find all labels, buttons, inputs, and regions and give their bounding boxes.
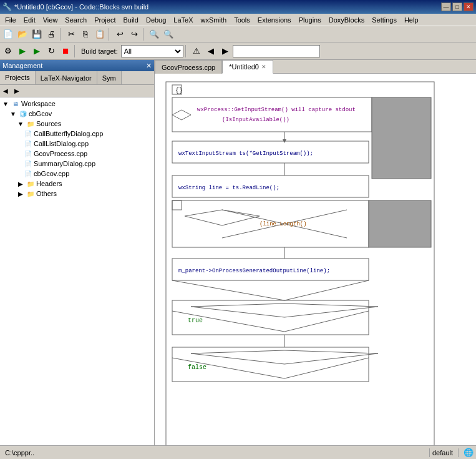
tree-file-2[interactable]: 📄 GcovProcess.cpp <box>24 149 153 159</box>
sources-collapse-icon: ▼ <box>16 119 25 128</box>
management-close-icon[interactable]: ✕ <box>146 62 152 70</box>
errors-btn[interactable]: ⚠ <box>190 44 203 58</box>
search-input[interactable] <box>233 45 320 57</box>
flowchart-svg: {} wxProcess::GetInputStream() will capt… <box>160 79 440 445</box>
headers-label: Headers <box>36 180 62 187</box>
svg-line-29 <box>284 311 369 332</box>
run-btn[interactable]: ▶ <box>16 44 29 58</box>
tree-workspace[interactable]: ▼ 🖥 Workspace <box>1 99 153 109</box>
svg-rect-7 <box>372 97 431 179</box>
svg-text:(IsInputAvailable()): (IsInputAvailable()) <box>222 117 289 123</box>
menu-edit[interactable]: Edit <box>20 14 39 26</box>
nav-forward-arrow[interactable]: ▶ <box>11 86 22 97</box>
svg-text:true: true <box>188 317 203 324</box>
diagram-area[interactable]: {} wxProcess::GetInputStream() will capt… <box>155 74 476 445</box>
separator4 <box>74 45 77 57</box>
management-title: Management <box>2 62 42 69</box>
close-button[interactable]: ✕ <box>464 2 474 11</box>
management-tabs: Projects LaTeX-Navigator Sym <box>0 71 154 85</box>
titlebar: 🔧 *Untitled0 [cbGcov] - Code::Blocks svn… <box>0 0 476 14</box>
paste-button[interactable]: 📋 <box>93 27 107 41</box>
menubar: File Edit View Search Project Build Debu… <box>0 14 476 26</box>
save-button[interactable]: 💾 <box>30 27 44 41</box>
others-label: Others <box>36 190 57 197</box>
undo-button[interactable]: ↩ <box>113 27 127 41</box>
statusbar: C:\cpppr.. default 🌐 <box>0 445 476 459</box>
build-btn[interactable]: ⚙ <box>1 44 15 58</box>
svg-marker-33 <box>191 350 378 364</box>
tab-untitled0[interactable]: *Untitled0 ✕ <box>222 60 273 74</box>
titlebar-title: 🔧 *Untitled0 [cbGcov] - Code::Blocks svn… <box>2 2 148 11</box>
tree-sources[interactable]: ▼ 📁 Sources <box>16 119 153 129</box>
tree-file-4[interactable]: 📄 cbGcov.cpp <box>24 169 153 179</box>
rebuild-btn[interactable]: ↻ <box>44 44 58 58</box>
tree-project[interactable]: ▼ 🧊 cbGcov <box>9 109 153 119</box>
minimize-button[interactable]: — <box>441 2 451 11</box>
tab-sym[interactable]: Sym <box>97 71 122 84</box>
menu-file[interactable]: File <box>1 14 20 26</box>
app-icon: 🔧 <box>2 2 12 11</box>
menu-search[interactable]: Search <box>61 14 90 26</box>
copy-button[interactable]: ⎘ <box>79 27 92 41</box>
build-run-btn[interactable]: ▶ <box>30 44 44 58</box>
tree-others[interactable]: ▶ 📁 Others <box>16 189 153 199</box>
diagram-canvas: {} wxProcess::GetInputStream() will capt… <box>155 74 476 445</box>
file-icon-1: 📄 <box>24 139 32 148</box>
menu-wxsmith[interactable]: wxSmith <box>197 14 231 26</box>
titlebar-controls[interactable]: — □ ✕ <box>441 2 474 11</box>
svg-rect-3 <box>172 97 372 132</box>
menu-settings[interactable]: Settings <box>368 14 401 26</box>
build-target-select[interactable]: All Debug Release <box>121 45 183 57</box>
separator2 <box>109 28 111 41</box>
headers-folder-icon: 📁 <box>26 179 35 188</box>
menu-tools[interactable]: Tools <box>230 14 254 26</box>
menu-view[interactable]: View <box>39 14 62 26</box>
others-folder-icon: 📁 <box>26 189 35 198</box>
menu-build[interactable]: Build <box>119 14 142 26</box>
back-btn[interactable]: ◀ <box>204 44 218 58</box>
file-label-2: GcovProcess.cpp <box>34 150 87 157</box>
separator1 <box>60 28 62 41</box>
tree-file-0[interactable]: 📄 CallButterflyDialog.cpp <box>24 129 153 139</box>
management-header: Management ✕ <box>0 60 154 71</box>
maximize-button[interactable]: □ <box>452 2 462 11</box>
menu-latex[interactable]: LaTeX <box>170 14 197 26</box>
stop-btn[interactable]: ⏹ <box>59 44 72 58</box>
svg-text:wxTextInputStream ts(*GetInput: wxTextInputStream ts(*GetInputStream()); <box>178 151 313 157</box>
main-layout: Management ✕ Projects LaTeX-Navigator Sy… <box>0 60 476 445</box>
status-divider <box>429 448 430 457</box>
tree-file-1[interactable]: 📄 CallListDialog.cpp <box>24 139 153 149</box>
find-button[interactable]: 🔍 <box>147 27 161 41</box>
redo-button[interactable]: ↪ <box>127 27 141 41</box>
replace-button[interactable]: 🔍 <box>162 27 175 41</box>
sources-folder-icon: 📁 <box>26 119 35 128</box>
tab-gcovprocess[interactable]: GcovProcess.cpp <box>155 60 222 74</box>
tab-projects[interactable]: Projects <box>0 71 36 84</box>
menu-extensions[interactable]: Extensions <box>254 14 295 26</box>
new-button[interactable]: 📄 <box>1 27 15 41</box>
svg-text:false: false <box>188 364 206 371</box>
menu-plugins[interactable]: Plugins <box>295 14 325 26</box>
tree-headers[interactable]: ▶ 📁 Headers <box>16 179 153 189</box>
file-icon-3: 📄 <box>24 159 32 168</box>
menu-debug[interactable]: Debug <box>142 14 170 26</box>
status-right: default 🌐 <box>432 448 474 457</box>
tree-file-3[interactable]: 📄 SummaryDialog.cpp <box>24 159 153 169</box>
right-panel: GcovProcess.cpp *Untitled0 ✕ {} <box>155 60 476 445</box>
tab-close-icon[interactable]: ✕ <box>261 64 266 70</box>
menu-help[interactable]: Help <box>401 14 422 26</box>
open-button[interactable]: 📂 <box>16 27 29 41</box>
svg-rect-15 <box>172 200 182 210</box>
menu-doxyblocks[interactable]: DoxyBlocks <box>325 14 368 26</box>
svg-marker-4 <box>172 110 191 120</box>
build-target-label: Build target: <box>81 47 118 55</box>
print-button[interactable]: 🖨 <box>44 27 58 41</box>
forward-btn[interactable]: ▶ <box>218 44 232 58</box>
nav-back-arrow[interactable]: ◀ <box>0 86 11 97</box>
cut-button[interactable]: ✂ <box>64 27 78 41</box>
svg-text:{}: {} <box>175 87 183 94</box>
menu-project[interactable]: Project <box>90 14 119 26</box>
project-label: cbGcov <box>29 110 52 117</box>
svg-rect-20 <box>369 200 431 247</box>
tab-latex-navigator[interactable]: LaTeX-Navigator <box>36 71 97 84</box>
